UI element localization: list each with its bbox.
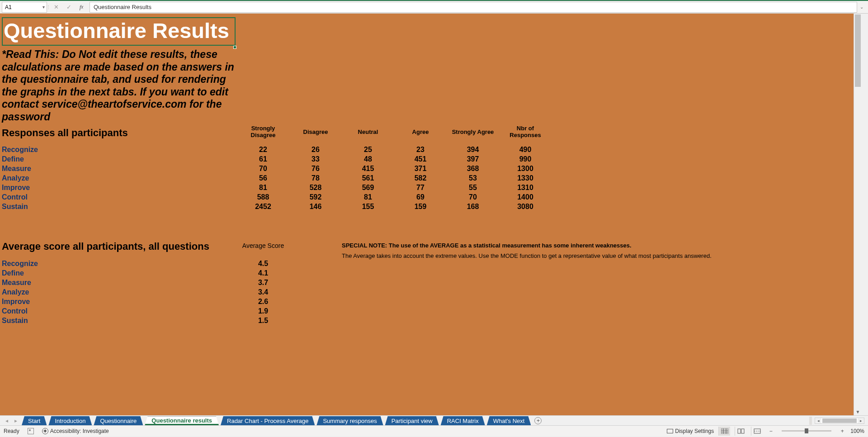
zoom-slider[interactable]: [782, 430, 831, 432]
zoom-in-button[interactable]: +: [839, 428, 846, 434]
sheet-tab-what-s-next[interactable]: What's Next: [487, 416, 531, 425]
horizontal-scrollbar[interactable]: ◂ ▸: [815, 418, 864, 424]
formula-input[interactable]: Questionnaire Results: [90, 2, 857, 13]
row-label: Control: [2, 193, 237, 202]
status-ready: Ready: [4, 428, 19, 434]
table-row: Improve8152856977551310: [2, 183, 552, 193]
zoom-out-button[interactable]: −: [767, 428, 774, 434]
display-settings-button[interactable]: Display Settings: [667, 428, 714, 434]
val-disagree: 592: [289, 193, 342, 202]
sheet-tab-introduction[interactable]: Introduction: [48, 416, 92, 425]
view-normal-button[interactable]: [718, 427, 730, 436]
val-strongly-agree: 70: [447, 193, 499, 202]
sheet-tab-summary-responses[interactable]: Summary responses: [316, 416, 383, 425]
sheet-tab-questionnaire[interactable]: Questionnaire: [94, 416, 143, 425]
vertical-scrollbar[interactable]: ▲ ▼: [854, 14, 862, 415]
val-agree: 69: [394, 193, 447, 202]
sheet-tab-radar-chart-process-average[interactable]: Radar Chart - Process Average: [221, 416, 315, 425]
scrollbar-thumb[interactable]: [855, 14, 861, 87]
row-label: Sustain: [2, 316, 237, 326]
table-row: Recognize4.5: [2, 259, 712, 269]
row-label: Recognize: [2, 259, 237, 269]
val-strongly-disagree: 22: [237, 145, 289, 155]
val-neutral: 25: [342, 145, 394, 155]
col-strongly-agree: Strongly Agree: [447, 125, 499, 139]
tab-splitter[interactable]: [809, 417, 812, 425]
avg-header: Average score all participants, all ques…: [2, 241, 237, 252]
name-box[interactable]: A1 ▾: [2, 2, 47, 13]
row-label: Measure: [2, 164, 237, 174]
val-strongly-disagree: 61: [237, 155, 289, 164]
display-icon: [667, 429, 673, 433]
val-strongly-disagree: 2452: [237, 202, 289, 212]
special-note-text: The Average takes into account the extre…: [342, 252, 712, 259]
expand-formula-bar-button[interactable]: ⌄: [857, 5, 866, 10]
worksheet-area: Questionnaire Results *Read This: Do Not…: [0, 14, 868, 415]
val-disagree: 78: [289, 174, 342, 183]
scroll-left-icon[interactable]: ◂: [815, 418, 821, 423]
val-strongly-agree: 168: [447, 202, 499, 212]
scroll-right-icon[interactable]: ▸: [858, 418, 864, 423]
formula-input-value: Questionnaire Results: [94, 4, 151, 10]
view-page-break-button[interactable]: [751, 427, 763, 436]
table-row: Sustain1.5: [2, 316, 712, 326]
val-disagree: 528: [289, 183, 342, 193]
accessibility-label: Accessibility: Investigate: [50, 428, 109, 434]
col-nbr-responses: Nbr ofResponses: [499, 125, 552, 139]
row-label: Analyze: [2, 288, 237, 297]
cancel-formula-button[interactable]: ✕: [50, 2, 62, 13]
col-disagree: Disagree: [289, 125, 342, 139]
col-neutral: Neutral: [342, 125, 394, 139]
averages-table: Average score all participants, all ques…: [2, 239, 853, 326]
tab-nav-prev[interactable]: ▸: [12, 416, 20, 425]
new-sheet-button[interactable]: +: [532, 416, 544, 425]
table-row: Measure70764153713681300: [2, 164, 552, 174]
row-label: Improve: [2, 183, 237, 193]
val-strongly-agree: 397: [447, 155, 499, 164]
val-nbr-responses: 1330: [499, 174, 552, 183]
row-label: Improve: [2, 297, 237, 307]
page-break-icon: [754, 428, 761, 434]
tab-nav-first[interactable]: ◂: [3, 416, 11, 425]
insert-function-button[interactable]: fx: [75, 2, 88, 13]
macro-record-icon[interactable]: [28, 428, 34, 434]
sheet-tab-participant-view[interactable]: Participant view: [385, 416, 439, 425]
fill-handle[interactable]: [233, 46, 236, 49]
sheet-tab-start[interactable]: Start: [22, 416, 47, 425]
table-row: Sustain24521461551591683080: [2, 202, 552, 212]
worksheet[interactable]: Questionnaire Results *Read This: Do Not…: [0, 14, 854, 415]
scroll-down-icon[interactable]: ▼: [854, 408, 862, 415]
val-strongly-agree: 55: [447, 183, 499, 193]
val-nbr-responses: 1400: [499, 193, 552, 202]
val-nbr-responses: 1310: [499, 183, 552, 193]
val-nbr-responses: 1300: [499, 164, 552, 174]
zoom-slider-knob[interactable]: [805, 428, 808, 433]
h-scrollbar-thumb[interactable]: [822, 418, 857, 423]
row-label: Sustain: [2, 202, 237, 212]
table-row: Analyze3.4: [2, 288, 712, 297]
grid-icon: [721, 428, 728, 434]
val-strongly-disagree: 81: [237, 183, 289, 193]
val-agree: 451: [394, 155, 447, 164]
svg-rect-6: [741, 429, 744, 433]
plus-icon: +: [534, 417, 542, 424]
zoom-level[interactable]: 100%: [850, 428, 864, 434]
cell-a1-title[interactable]: Questionnaire Results: [2, 17, 236, 46]
val-agree: 23: [394, 145, 447, 155]
sheet-tab-questionnaire-results[interactable]: Questionnaire results: [145, 416, 219, 425]
view-page-layout-button[interactable]: [735, 427, 746, 436]
col-strongly-disagree: StronglyDisagree: [237, 125, 289, 139]
val-avg-score: 4.5: [237, 259, 289, 269]
row-label: Control: [2, 307, 237, 316]
svg-rect-7: [754, 429, 760, 433]
row-label: Measure: [2, 278, 237, 288]
table-row: Control1.9: [2, 307, 712, 316]
chevron-down-icon: ▾: [42, 5, 45, 10]
accessibility-button[interactable]: ✚ Accessibility: Investigate: [42, 428, 109, 434]
sheet-tab-raci-matrix[interactable]: RACI Matrix: [441, 416, 485, 425]
val-avg-score: 4.1: [237, 269, 289, 278]
val-disagree: 76: [289, 164, 342, 174]
table-row: Measure3.7: [2, 278, 712, 288]
accept-formula-button[interactable]: ✓: [62, 2, 75, 13]
val-disagree: 33: [289, 155, 342, 164]
